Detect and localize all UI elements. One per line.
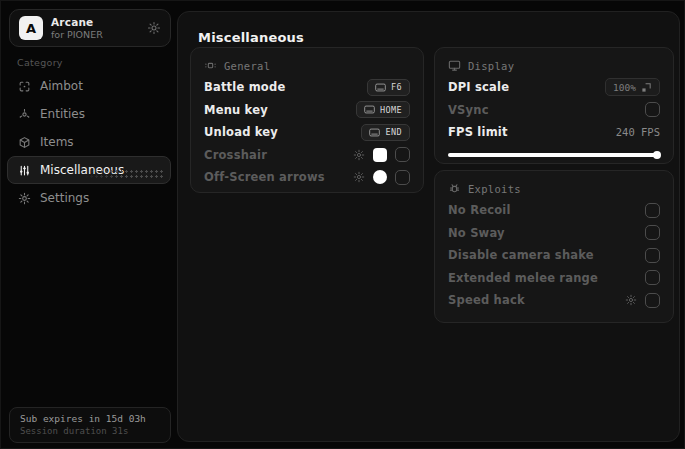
setting-row-unload-key: Unload key END (204, 121, 410, 144)
setting-label: Unload key (204, 125, 278, 139)
setting-row-offscreen-arrows: Off-Screen arrows (204, 166, 410, 189)
speed-hack-checkbox[interactable] (645, 293, 660, 308)
no-sway-checkbox[interactable] (645, 225, 660, 240)
setting-row-battle-mode: Battle mode F6 (204, 76, 410, 99)
setting-row-fps-limit: FPS limit 240 FPS (448, 121, 660, 144)
setting-row-speed-hack: Speed hack (448, 289, 660, 312)
offscreen-color-swatch[interactable] (373, 170, 387, 184)
dpi-scale-badge[interactable]: 100% (605, 78, 660, 96)
sidebar-item-label: Items (40, 135, 74, 149)
no-recoil-checkbox[interactable] (645, 203, 660, 218)
camera-shake-checkbox[interactable] (645, 248, 660, 263)
crosshair-color-swatch[interactable] (373, 148, 387, 162)
app-logo: A (19, 16, 43, 40)
package-icon (18, 136, 31, 149)
setting-label: VSync (448, 103, 489, 117)
setting-row-dpi-scale: DPI scale 100% (448, 76, 660, 99)
page-title: Miscellaneous (198, 30, 304, 45)
setting-label: Menu key (204, 103, 268, 117)
header-gear-icon[interactable] (147, 21, 161, 35)
setting-label: Disable camera shake (448, 248, 594, 262)
sub-expiry-text: Sub expires in 15d 03h (20, 413, 160, 424)
sidebar-item-label: Aimbot (40, 79, 83, 93)
setting-label: Crosshair (204, 148, 267, 162)
fps-slider-knob[interactable] (653, 151, 661, 159)
general-icon (204, 59, 217, 72)
offscreen-settings-icon[interactable] (353, 171, 365, 183)
subscription-card: Sub expires in 15d 03h Session duration … (9, 407, 171, 443)
card-title-exploits: Exploits (468, 183, 521, 195)
setting-label: Extended melee range (448, 271, 598, 285)
fps-limit-slider[interactable] (448, 151, 660, 159)
battle-mode-keybind[interactable]: F6 (367, 79, 410, 96)
sidebar-item-settings[interactable]: Settings (7, 184, 171, 212)
card-title-general: General (224, 60, 270, 72)
vsync-checkbox[interactable] (645, 102, 660, 117)
sidebar: A Arcane for PIONER Category (1, 1, 177, 449)
sliders-icon (18, 164, 31, 177)
sidebar-item-label: Settings (40, 191, 89, 205)
keyboard-icon (369, 128, 380, 137)
card-display: Display DPI scale 100% VSync FPS limit 2… (434, 47, 674, 164)
app-name: Arcane (51, 16, 139, 29)
setting-label: No Recoil (448, 203, 511, 217)
setting-label: No Sway (448, 226, 505, 240)
keyboard-icon (364, 105, 375, 114)
setting-label: FPS limit (448, 125, 508, 139)
sidebar-item-items[interactable]: Items (7, 128, 171, 156)
setting-label: Speed hack (448, 293, 525, 307)
sidebar-item-label: Miscellaneous (40, 163, 124, 177)
dpi-scale-value: 100% (613, 82, 636, 93)
sidebar-nav: Aimbot Entities (1, 72, 177, 212)
keyboard-icon (375, 83, 386, 92)
scale-icon (641, 82, 652, 93)
main-panel: Miscellaneous General Battle mode (177, 11, 680, 442)
card-title-display: Display (468, 60, 514, 72)
setting-label: Battle mode (204, 80, 285, 94)
bug-icon (448, 182, 461, 195)
keybind-value: END (385, 127, 402, 137)
setting-row-crosshair: Crosshair (204, 144, 410, 167)
sidebar-item-entities[interactable]: Entities (7, 100, 171, 128)
app-header-card: A Arcane for PIONER (9, 9, 171, 47)
card-exploits: Exploits No Recoil No Sway Disable camer… (434, 170, 674, 323)
keybind-value: F6 (391, 82, 402, 92)
setting-row-extended-melee-range: Extended melee range (448, 267, 660, 290)
menu-key-keybind[interactable]: HOME (356, 101, 410, 118)
crosshair-settings-icon[interactable] (353, 149, 365, 161)
entities-icon (18, 108, 31, 121)
fps-slider-fill (448, 153, 660, 157)
app-logo-letter: A (26, 21, 36, 36)
setting-row-no-recoil: No Recoil (448, 199, 660, 222)
setting-label: Off-Screen arrows (204, 170, 325, 184)
sidebar-item-aimbot[interactable]: Aimbot (7, 72, 171, 100)
setting-row-disable-camera-shake: Disable camera shake (448, 244, 660, 267)
app-subtitle: for PIONER (51, 29, 139, 40)
scan-icon (18, 80, 31, 93)
app-window: A Arcane for PIONER Category (0, 0, 685, 449)
speed-hack-settings-icon[interactable] (625, 294, 637, 306)
sidebar-item-miscellaneous[interactable]: Miscellaneous (7, 156, 171, 184)
fps-limit-value: 240 FPS (616, 126, 660, 138)
crosshair-checkbox[interactable] (395, 147, 410, 162)
melee-range-checkbox[interactable] (645, 270, 660, 285)
offscreen-checkbox[interactable] (395, 170, 410, 185)
session-duration-text: Session duration 31s (20, 426, 160, 436)
setting-label: DPI scale (448, 80, 509, 94)
setting-row-vsync: VSync (448, 99, 660, 122)
setting-row-menu-key: Menu key HOME (204, 99, 410, 122)
sidebar-item-label: Entities (40, 107, 85, 121)
gear-icon (18, 192, 31, 205)
setting-row-no-sway: No Sway (448, 222, 660, 245)
unload-key-keybind[interactable]: END (361, 124, 410, 141)
category-label: Category (17, 57, 63, 68)
keybind-value: HOME (380, 105, 402, 115)
card-general: General Battle mode F6 Menu key HOME (190, 47, 424, 193)
monitor-icon (448, 59, 461, 72)
